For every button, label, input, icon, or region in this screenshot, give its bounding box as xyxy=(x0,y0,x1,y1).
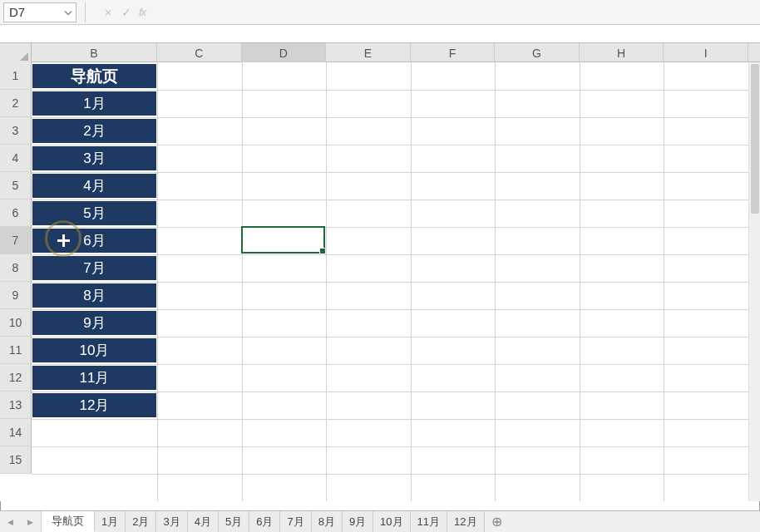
column-header-F[interactable]: F xyxy=(411,43,496,63)
column-header-E[interactable]: E xyxy=(326,43,411,63)
enter-button[interactable]: ✓ xyxy=(117,2,136,22)
nav-month-cell[interactable]: 3月 xyxy=(32,145,157,171)
gridline-v xyxy=(242,62,243,501)
sheet-nav-buttons: ◀ ▶ xyxy=(0,511,42,532)
column-header-D[interactable]: D xyxy=(242,43,327,63)
sheet-tab-5月[interactable]: 5月 xyxy=(219,511,249,532)
nav-month-cell[interactable]: 1月 xyxy=(32,91,157,116)
row-header-1[interactable]: 1 xyxy=(0,62,32,90)
row-header-5[interactable]: 5 xyxy=(0,172,32,200)
gridline-v xyxy=(411,62,412,501)
nav-month-cell[interactable]: 7月 xyxy=(32,255,157,281)
nav-month-cell[interactable]: 5月 xyxy=(32,200,157,226)
row-header-14[interactable]: 14 xyxy=(0,419,32,446)
new-sheet-button[interactable]: ⊕ xyxy=(485,511,510,532)
divider xyxy=(85,2,86,22)
row-header-8[interactable]: 8 xyxy=(0,254,32,282)
nav-month-cell[interactable]: 8月 xyxy=(32,283,157,308)
name-box[interactable]: D7 xyxy=(3,2,76,22)
row-header-12[interactable]: 12 xyxy=(0,364,32,392)
row-header-11[interactable]: 11 xyxy=(0,337,32,364)
column-header-G[interactable]: G xyxy=(495,43,580,63)
sheet-tab-导航页[interactable]: 导航页 xyxy=(42,511,95,532)
grid-area[interactable]: 123456789101112131415 导航页1月2月3月4月5月6月7月8… xyxy=(0,62,760,501)
row-header-15[interactable]: 15 xyxy=(0,446,32,474)
row-header-2[interactable]: 2 xyxy=(0,90,32,117)
nav-month-cell[interactable]: 9月 xyxy=(32,310,157,336)
nav-month-cell[interactable]: 10月 xyxy=(32,337,157,363)
name-box-value: D7 xyxy=(9,5,25,19)
vertical-scrollbar-thumb[interactable] xyxy=(751,64,759,214)
cancel-button[interactable]: × xyxy=(99,2,117,22)
gridline-v xyxy=(580,62,580,501)
nav-month-cell[interactable]: 12月 xyxy=(32,392,157,418)
sheet-tab-6月[interactable]: 6月 xyxy=(249,511,280,532)
sheet-tab-10月[interactable]: 10月 xyxy=(373,511,410,532)
formula-input[interactable] xyxy=(146,2,760,22)
gridline-h xyxy=(32,474,760,475)
gridline-v xyxy=(495,62,496,501)
gridline-v xyxy=(664,62,664,501)
sheet-next-icon[interactable]: ▶ xyxy=(27,518,33,526)
nav-month-cell[interactable]: 6月 xyxy=(32,228,157,254)
sheet-tab-4月[interactable]: 4月 xyxy=(188,511,219,532)
nav-month-cell[interactable]: 11月 xyxy=(32,365,157,391)
spacer xyxy=(0,25,760,42)
select-all-corner[interactable] xyxy=(0,43,32,63)
column-header-C[interactable]: C xyxy=(157,43,242,63)
gridline-h xyxy=(32,446,760,447)
name-box-dropdown-icon[interactable] xyxy=(64,5,72,19)
gridline-v xyxy=(326,62,327,501)
row-headers: 123456789101112131415 xyxy=(0,62,32,474)
sheet-tab-3月[interactable]: 3月 xyxy=(156,511,187,532)
nav-header-cell[interactable]: 导航页 xyxy=(32,63,157,89)
row-header-3[interactable]: 3 xyxy=(0,117,32,145)
formula-bar: D7 × ✓ fx xyxy=(0,0,760,25)
row-header-7[interactable]: 7 xyxy=(0,227,32,254)
column-headers: BCDEFGHI xyxy=(0,42,760,62)
row-header-9[interactable]: 9 xyxy=(0,282,32,309)
sheet-tab-11月[interactable]: 11月 xyxy=(411,511,447,532)
nav-month-cell[interactable]: 2月 xyxy=(32,118,157,144)
sheet-tab-1月[interactable]: 1月 xyxy=(95,511,126,532)
column-header-B[interactable]: B xyxy=(32,43,157,63)
sheet-tab-2月[interactable]: 2月 xyxy=(126,511,156,532)
row-header-6[interactable]: 6 xyxy=(0,200,32,227)
sheet-tab-7月[interactable]: 7月 xyxy=(280,511,311,532)
sheet-prev-icon[interactable]: ◀ xyxy=(7,518,13,526)
nav-month-cell[interactable]: 4月 xyxy=(32,173,157,199)
row-header-13[interactable]: 13 xyxy=(0,392,32,419)
row-header-10[interactable]: 10 xyxy=(0,309,32,337)
sheet-tab-strip: ◀ ▶ 导航页1月2月3月4月5月6月7月8月9月10月11月12月⊕ xyxy=(0,510,760,532)
column-header-I[interactable]: I xyxy=(664,43,748,63)
sheet-tab-8月[interactable]: 8月 xyxy=(312,511,343,532)
gridline-v xyxy=(157,62,158,501)
active-cell-outline xyxy=(241,226,326,254)
sheet-tab-9月[interactable]: 9月 xyxy=(343,511,373,532)
fx-icon[interactable]: fx xyxy=(139,6,146,18)
column-header-H[interactable]: H xyxy=(580,43,664,63)
vertical-scrollbar[interactable] xyxy=(748,62,760,501)
gridline-h xyxy=(32,419,760,420)
row-header-4[interactable]: 4 xyxy=(0,145,32,172)
sheet-tab-12月[interactable]: 12月 xyxy=(447,511,484,532)
cells[interactable]: 导航页1月2月3月4月5月6月7月8月9月10月11月12月 xyxy=(32,62,760,501)
